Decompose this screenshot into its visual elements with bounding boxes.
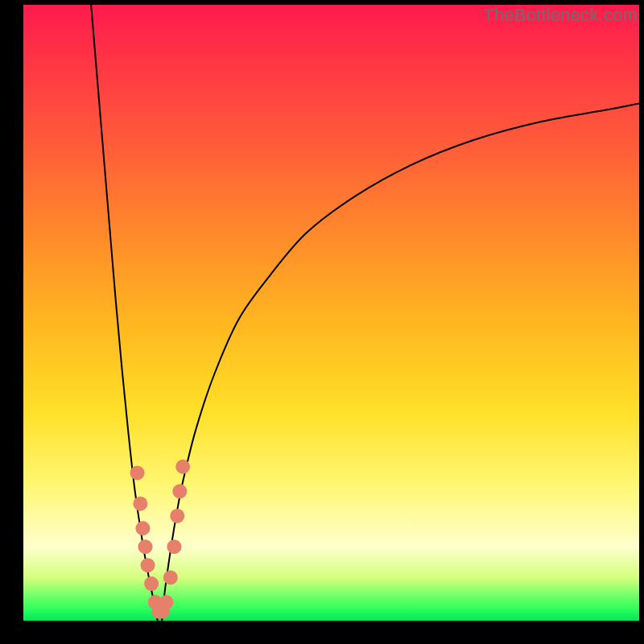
curve-right-branch — [162, 103, 639, 621]
curve-layer — [23, 5, 639, 621]
bead-marker — [172, 484, 187, 498]
bead-marker — [170, 509, 184, 523]
bead-marker — [138, 539, 152, 554]
bead-marker — [159, 595, 173, 609]
bead-marker — [135, 521, 150, 535]
watermark-text: TheBottleneck.com — [483, 5, 638, 26]
chart-frame: TheBottleneck.com — [0, 0, 644, 644]
bead-marker — [175, 460, 190, 474]
bead-marker — [163, 570, 178, 584]
bead-marker — [141, 558, 155, 572]
bead-marker — [167, 539, 181, 554]
bead-marker — [130, 465, 145, 480]
bead-marker — [144, 576, 159, 591]
plot-area — [23, 5, 639, 621]
bead-markers — [130, 460, 191, 619]
bead-marker — [133, 497, 147, 511]
